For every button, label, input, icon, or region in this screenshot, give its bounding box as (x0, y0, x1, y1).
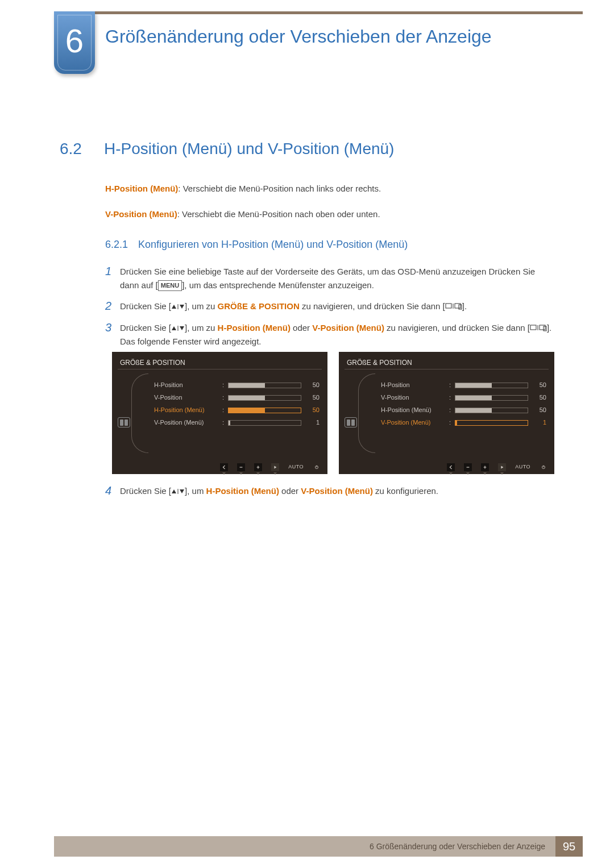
back-icon (447, 463, 455, 471)
osd-item-value: 50 (306, 405, 320, 415)
plus-icon (481, 463, 489, 471)
osd-item-label: H-Position (Menü) (381, 405, 449, 415)
osd-item-colon: : (222, 418, 228, 427)
layout-icon (345, 417, 357, 427)
play-icon (498, 463, 506, 471)
step-2-text-d: ]. (462, 301, 467, 311)
osd-item-colon: : (449, 380, 455, 390)
osd-item-colon: : (449, 393, 455, 402)
layout-icon (118, 417, 130, 427)
osd-items-right: H-Position:50V-Position:50H-Position (Me… (381, 379, 546, 429)
up-down-icon (171, 485, 185, 498)
osd-item-bar (455, 395, 528, 401)
osd-item-value: 50 (533, 405, 546, 415)
step-1: 1 Drücken Sie eine beliebige Taste auf d… (105, 265, 554, 292)
screen-select-icon (530, 322, 547, 335)
osd-item: V-Position:50 (154, 392, 320, 404)
chapter-badge: 6 (54, 11, 95, 74)
osd-item-label: V-Position (381, 393, 449, 402)
step-2-text-c: zu navigieren, und drücken Sie dann [ (300, 301, 445, 311)
footer-label: 6 Größenänderung oder Verschieben der An… (54, 836, 555, 857)
h-position-text: : Verschiebt die Menü-Position nach link… (178, 184, 381, 193)
osd-item-label: V-Position (154, 393, 222, 402)
osd-item-bar (228, 395, 301, 401)
osd-item-colon: : (222, 405, 228, 415)
h-position-label: H-Position (Menü) (105, 184, 178, 193)
step-4-oder: oder (279, 486, 301, 496)
section-title: H-Position (Menü) und V-Position (Menü) (104, 140, 394, 157)
steps-list: 1 Drücken Sie eine beliebige Taste auf d… (105, 265, 554, 498)
v-position-label: V-Position (Menü) (105, 209, 177, 219)
osd-item-colon: : (449, 418, 455, 427)
osd-title: GRÖßE & POSITION (347, 358, 412, 368)
minus-icon (464, 463, 472, 471)
step-2-target: GRÖßE & POSITION (218, 301, 300, 311)
osd-arc (358, 373, 375, 453)
step-4-text-b: ], um (185, 486, 206, 496)
step-4-text-a: Drücken Sie [ (120, 486, 171, 496)
osd-item: H-Position:50 (381, 379, 546, 392)
up-down-icon (171, 300, 185, 313)
chapter-title: Größenänderung oder Verschieben der Anze… (105, 25, 569, 48)
osd-item-label: H-Position (381, 380, 449, 390)
step-3-h: H-Position (Menü) (218, 323, 291, 333)
osd-item-bar (455, 383, 528, 388)
svg-rect-1 (455, 304, 460, 308)
step-1-text-b: ], um das entsprechende Menüfenster anzu… (182, 280, 374, 290)
osd-item-bar (228, 408, 301, 413)
osd-item-bar (228, 420, 301, 426)
step-number: 4 (105, 482, 111, 500)
osd-item-colon: : (222, 380, 228, 390)
step-2-text-b: ], um zu (185, 301, 218, 311)
osd-item-label: H-Position (154, 380, 222, 390)
osd-item: H-Position (Menü):50 (381, 404, 546, 417)
play-icon (271, 463, 279, 471)
footer-bar: 6 Größenänderung oder Verschieben der An… (54, 836, 583, 857)
osd-item: V-Position (Menü):1 (381, 417, 546, 429)
step-number: 2 (105, 297, 111, 315)
step-3: 3 Drücken Sie [], um zu H-Position (Menü… (105, 321, 554, 474)
plus-icon (254, 463, 262, 471)
osd-item-value: 50 (533, 380, 546, 390)
osd-bottom-bar: AUTO (112, 460, 327, 474)
v-position-desc: V-Position (Menü): Verschiebt die Menü-P… (105, 207, 554, 221)
v-position-text: : Verschiebt die Menü-Position nach oben… (177, 209, 380, 219)
osd-item-bar (228, 383, 301, 388)
osd-items-left: H-Position:50V-Position:50H-Position (Me… (154, 379, 320, 429)
osd-rule (118, 369, 322, 369)
osd-screenshots-row: GRÖßE & POSITION H-Position:50V-Position… (112, 352, 554, 474)
step-number: 3 (105, 319, 111, 337)
svg-rect-4 (540, 325, 545, 330)
osd-item-bar (455, 420, 528, 426)
minus-icon (237, 463, 245, 471)
step-3-oder: oder (291, 323, 312, 333)
power-icon (313, 463, 321, 471)
step-4-text-c: zu konfigurieren. (373, 486, 438, 496)
h-position-desc: H-Position (Menü): Verschiebt die Menü-P… (105, 182, 554, 195)
menu-key-icon: MENU (158, 280, 182, 291)
osd-item-label: V-Position (Menü) (381, 418, 449, 427)
step-2: 2 Drücken Sie [], um zu GRÖßE & POSITION… (105, 300, 554, 313)
step-4: 4 Drücken Sie [], um H-Position (Menü) o… (105, 484, 554, 498)
step-3-text-a: Drücken Sie [ (120, 323, 171, 333)
osd-item-bar (455, 408, 528, 413)
section-heading: 6.2H-Position (Menü) und V-Position (Men… (60, 140, 394, 158)
osd-item-colon: : (449, 405, 455, 415)
body-area: H-Position (Menü): Verschiebt die Menü-P… (105, 182, 554, 506)
osd-item-value: 50 (306, 393, 320, 402)
auto-label: AUTO (288, 463, 304, 471)
osd-item-label: V-Position (Menü) (154, 418, 222, 427)
subsection-title: Konfigurieren von H-Position (Menü) und … (138, 239, 408, 250)
osd-item-label: H-Position (Menü) (154, 405, 222, 415)
header-rule (54, 11, 583, 14)
svg-rect-0 (446, 304, 451, 308)
osd-item-value: 50 (306, 380, 320, 390)
svg-rect-3 (530, 325, 536, 330)
step-3-text-c: zu navigieren, und drücken Sie dann [ (384, 323, 530, 333)
osd-item: V-Position:50 (381, 392, 546, 404)
osd-item-value: 50 (533, 393, 546, 402)
power-icon (540, 463, 547, 471)
step-2-text-a: Drücken Sie [ (120, 301, 171, 311)
step-4-v: V-Position (Menü) (301, 486, 373, 496)
step-3-text-b: ], um zu (185, 323, 218, 333)
